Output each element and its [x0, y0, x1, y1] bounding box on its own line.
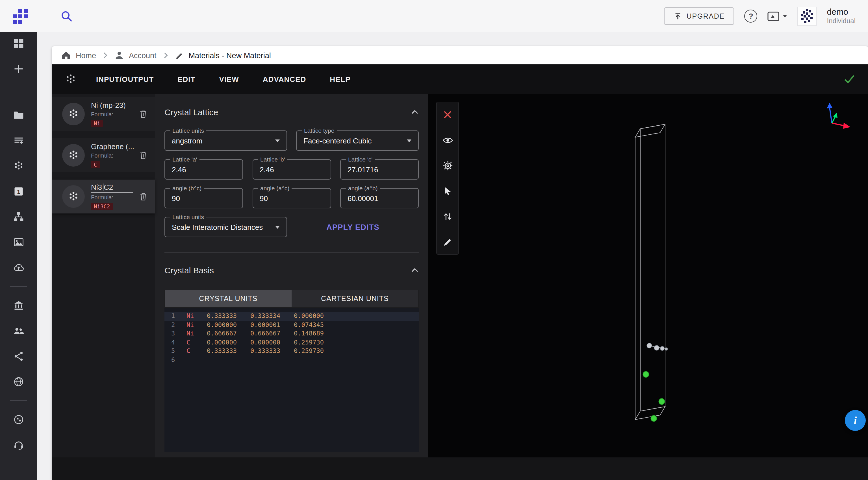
delete-material-button[interactable] — [138, 150, 148, 160]
search-icon[interactable] — [59, 8, 74, 24]
user-name: demo — [827, 6, 856, 17]
close-icon[interactable] — [442, 109, 453, 120]
slideshow-icon — [768, 11, 781, 21]
explore-icon[interactable] — [12, 413, 25, 426]
angle-bc-field[interactable]: angle (b^c) 90 — [164, 188, 243, 208]
upgrade-icon — [674, 12, 682, 20]
field-value: 90 — [260, 194, 268, 202]
info-label: i — [854, 414, 857, 426]
lattice-type-select[interactable]: Lattice type Face-centered Cubic — [296, 131, 419, 151]
team-icon[interactable] — [12, 324, 25, 338]
unit-cell-canvas[interactable] — [428, 94, 868, 457]
axes-gizmo — [815, 101, 852, 133]
edit-icon — [175, 50, 184, 60]
save-check-icon[interactable] — [843, 73, 856, 85]
atoms — [643, 343, 668, 421]
chevron-right-icon — [101, 51, 110, 60]
folder-icon[interactable] — [12, 108, 25, 122]
edit-pencil-icon[interactable] — [442, 236, 453, 247]
material-item-graphene[interactable]: Graphene (... Formula: C — [52, 138, 155, 172]
angle-ac-field[interactable]: angle (a^c) 90 — [252, 188, 331, 208]
info-button[interactable]: i — [845, 410, 866, 431]
section-title: Crystal Lattice — [164, 107, 218, 117]
material-text: Ni3 C2 Formula: Ni3C2 — [91, 183, 138, 210]
viewer-toolbar — [436, 102, 459, 255]
formula-label: Formula: — [91, 152, 138, 159]
select-cursor-icon[interactable] — [442, 185, 453, 197]
help-button[interactable]: ? — [745, 10, 757, 23]
name-after-caret: C2 — [104, 183, 113, 191]
crystal-basis-header: Crystal Basis — [164, 265, 419, 275]
collapse-icon[interactable] — [411, 267, 419, 273]
material-text: Graphene (... Formula: C — [91, 142, 138, 169]
material-item-ni3c2[interactable]: Ni3 C2 Formula: Ni3C2 — [52, 179, 155, 213]
material-item-ni[interactable]: Ni (mp-23) Formula: Ni — [52, 97, 155, 131]
breadcrumb-account[interactable]: Account — [114, 50, 157, 61]
breadcrumb-home[interactable]: Home — [61, 50, 96, 61]
topbar-right: UPGRADE ? — [664, 6, 856, 26]
material-name-input[interactable]: Ni3 C2 — [91, 183, 133, 192]
field-value: Face-centered Cubic — [304, 136, 372, 145]
scale-units-select[interactable]: Lattice units Scale Interatomic Distance… — [164, 217, 287, 237]
form-panel: Crystal Lattice Lattice units angstrom L… — [155, 94, 428, 457]
lattice-units-select[interactable]: Lattice units angstrom — [164, 131, 287, 151]
jobs-icon[interactable]: 1 — [12, 185, 25, 198]
field-label: angle (b^c) — [170, 185, 204, 192]
swap-vertical-icon[interactable] — [442, 211, 453, 222]
material-text: Ni (mp-23) Formula: Ni — [91, 101, 138, 127]
dashboard-icon[interactable] — [12, 37, 25, 50]
upgrade-button[interactable]: UPGRADE — [664, 7, 734, 25]
lattice-a-field[interactable]: Lattice 'a' 2.46 — [164, 159, 243, 179]
menu-edit[interactable]: EDIT — [178, 75, 195, 83]
app-logo[interactable] — [12, 8, 28, 24]
material-icon — [62, 185, 85, 208]
apply-edits-button[interactable]: APPLY EDITS — [327, 223, 379, 231]
angle-ab-field[interactable]: angle (a^b) 60.00001 — [340, 188, 419, 208]
user-plan: Individual — [827, 17, 856, 26]
material-icon — [62, 144, 85, 167]
globe-icon[interactable] — [12, 375, 25, 388]
playlist-icon[interactable] — [12, 134, 25, 147]
lattice-c-field[interactable]: Lattice 'c' 27.01716 — [340, 159, 419, 179]
breadcrumb-home-label: Home — [76, 51, 96, 60]
breadcrumb-current: Materials - New Material — [175, 50, 271, 60]
avatar[interactable] — [798, 6, 817, 26]
support-icon[interactable] — [12, 438, 25, 452]
user-block[interactable]: demo Individual — [827, 6, 856, 26]
menu-advanced[interactable]: ADVANCED — [263, 75, 306, 83]
module-icon — [64, 73, 77, 85]
menu-input-output[interactable]: INPUT/OUTPUT — [96, 75, 154, 83]
organization-icon[interactable] — [12, 299, 25, 312]
collapse-icon[interactable] — [411, 109, 419, 115]
field-label: angle (a^b) — [346, 185, 380, 192]
basis-editor[interactable]: 1Ni0.3333330.3333340.000000 2Ni0.0000000… — [164, 308, 419, 452]
lattice-b-field[interactable]: Lattice 'b' 2.46 — [252, 159, 331, 179]
delete-material-button[interactable] — [138, 109, 148, 119]
menu-view[interactable]: VIEW — [219, 75, 239, 83]
settings-gear-icon[interactable] — [442, 160, 453, 171]
field-label: Lattice units — [170, 213, 206, 220]
structure-viewer[interactable]: i — [428, 94, 868, 457]
field-label: Lattice 'a' — [170, 156, 199, 163]
chevron-down-icon — [783, 15, 787, 18]
workflows-icon[interactable] — [12, 210, 25, 224]
logo-icon — [13, 9, 28, 24]
chevron-down-icon — [407, 139, 411, 142]
tab-cartesian-units[interactable]: CARTESIAN UNITS — [291, 290, 418, 307]
menu-help[interactable]: HELP — [330, 75, 350, 83]
formula-label: Formula: — [91, 194, 138, 200]
materials-icon[interactable] — [12, 159, 25, 173]
media-menu-button[interactable] — [768, 11, 787, 21]
delete-material-button[interactable] — [138, 192, 148, 202]
formula-chip: Ni3C2 — [91, 202, 113, 210]
cloud-icon[interactable] — [12, 261, 25, 274]
tab-crystal-units[interactable]: CRYSTAL UNITS — [165, 290, 291, 307]
field-value: 60.00001 — [347, 194, 378, 202]
field-value: Scale Interatomic Distances — [172, 223, 263, 231]
media-icon[interactable] — [12, 236, 25, 249]
share-icon[interactable] — [12, 349, 25, 363]
visibility-icon[interactable] — [442, 134, 453, 146]
field-label: Lattice units — [170, 127, 206, 134]
add-icon[interactable] — [12, 62, 25, 76]
formula-chip: Ni — [91, 119, 103, 127]
